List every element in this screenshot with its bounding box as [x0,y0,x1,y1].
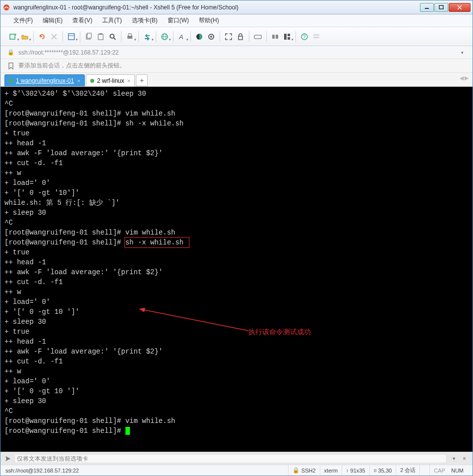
titlebar: wangruifenglinux-01 - root@wangruifeng-0… [0,0,473,14]
lock-icon[interactable] [235,31,246,42]
menu-help[interactable]: 帮助(H) [195,15,223,26]
tunnel-icon[interactable] [270,31,281,42]
minimize-button[interactable] [420,3,434,12]
open-folder-icon[interactable]: ▾ [19,31,30,42]
tab-bar: 1 wangruifenglinux-01 × 2 wrf-linux × + … [0,73,473,87]
svg-rect-18 [128,34,131,36]
svg-rect-12 [87,33,91,38]
svg-rect-37 [313,34,319,36]
bookmark-icon[interactable] [7,62,14,69]
address-dropdown[interactable]: ▾ [459,49,466,56]
tab-1[interactable]: 1 wangruifenglinux-01 × [4,74,85,86]
tab-label: 1 wangruifenglinux-01 [16,77,74,84]
svg-marker-40 [139,308,145,312]
status-grip [419,465,429,476]
app-icon [2,3,10,11]
tab-label: 2 wrf-linux [97,77,124,84]
maximize-button[interactable] [434,3,448,12]
svg-line-39 [139,309,248,331]
svg-rect-33 [288,34,290,36]
svg-text:+: + [14,33,17,37]
help-icon[interactable]: ? [299,31,310,42]
menu-file[interactable]: 文件(F) [9,15,37,26]
hint-text: 要添加当前会话，点击左侧的箭头按钮。 [18,61,125,70]
svg-rect-13 [98,34,103,40]
svg-rect-14 [99,33,102,35]
menu-view[interactable]: 查看(V) [68,15,96,26]
keyboard-icon[interactable] [252,31,263,42]
svg-rect-38 [313,37,319,38]
svg-rect-34 [288,37,290,40]
status-term: xterm [320,465,342,476]
status-cap: CAP [429,465,449,476]
toolbar: +▾ ▾ ▾ ▾ ▾ ▾ A▾ ▾ ? [0,27,473,46]
tab-prev-icon[interactable]: ◀ [460,75,464,81]
highlight-icon[interactable] [206,31,217,42]
hint-bar: 要添加当前会话，点击左侧的箭头按钮。 [0,59,473,73]
svg-rect-30 [272,35,275,39]
menu-edit[interactable]: 编辑(E) [39,15,66,26]
svg-text:?: ? [303,34,306,40]
address-text[interactable]: ssh://root:********@192.168.57.129:22 [18,49,455,56]
tab-next-icon[interactable]: ▶ [465,75,469,81]
arrow-icon [134,304,253,336]
tab-2[interactable]: 2 wrf-linux × [86,74,135,86]
status-sessions: 2 会话 [396,465,419,476]
color-scheme-icon[interactable] [194,31,205,42]
paste-icon[interactable] [95,31,106,42]
tab-nav: ◀ ▶ [460,75,469,81]
svg-text:A: A [178,33,183,41]
svg-rect-9 [68,34,74,40]
tab-close-icon[interactable]: × [127,78,130,84]
address-bar: 🔒 ssh://root:********@192.168.57.129:22 … [0,46,473,59]
menu-tabs[interactable]: 选项卡(B) [128,15,162,26]
status-size: ↕91x35 [342,465,369,476]
status-num: NUM [449,465,468,476]
annotation-text: 执行该命令测试成功 [248,327,311,337]
svg-rect-27 [254,35,261,39]
tab-add-button[interactable]: + [136,74,148,86]
compose-input[interactable] [14,454,447,463]
input-send-icon[interactable] [4,455,11,462]
svg-rect-31 [276,35,278,39]
options-icon[interactable] [311,31,322,42]
input-toggle-icon[interactable]: ≡ [461,455,469,463]
reconnect-icon[interactable] [37,31,48,42]
status-dot-icon [90,79,94,83]
tab-close-icon[interactable]: × [77,78,80,84]
properties-icon[interactable]: ▾ [66,31,77,42]
svg-rect-2 [439,5,443,9]
input-bar: ▾ ≡ [0,452,473,465]
font-icon[interactable]: A▾ [177,31,187,42]
input-dropdown-icon[interactable]: ▾ [450,455,458,463]
new-session-icon[interactable]: +▾ [7,31,18,42]
transfer-icon[interactable]: ▾ [142,31,153,42]
svg-point-25 [210,36,212,38]
print-icon[interactable]: ▾ [124,31,135,42]
lock-small-icon: 🔒 [7,49,14,56]
svg-rect-26 [238,36,242,40]
highlight-box [124,237,189,248]
disconnect-icon[interactable] [49,31,59,42]
status-pos: ⎚35,30 [369,465,396,476]
svg-line-16 [114,38,116,40]
status-address: ssh://root@192.168.57.129:22 [5,468,288,474]
copy-icon[interactable] [83,31,94,42]
svg-point-0 [3,4,9,10]
layout-icon[interactable]: ▾ [282,31,293,42]
window-title: wangruifenglinux-01 - root@wangruifeng-0… [13,4,420,11]
close-button[interactable] [449,3,471,12]
status-bar: ssh://root@192.168.57.129:22 🔒SSH2 xterm… [0,465,473,476]
menu-tools[interactable]: 工具(T) [98,15,125,26]
status-dot-icon [9,79,13,83]
menubar: 文件(F) 编辑(E) 查看(V) 工具(T) 选项卡(B) 窗口(W) 帮助(… [0,14,473,27]
terminal[interactable]: + $'\302\240' $'\302\240' sleep 30 ^C [r… [0,87,473,452]
search-icon[interactable] [107,31,118,42]
svg-rect-32 [284,34,287,40]
globe-icon[interactable]: ▾ [159,31,170,42]
svg-point-15 [110,34,114,38]
menu-window[interactable]: 窗口(W) [164,15,193,26]
status-ssh: 🔒SSH2 [288,465,320,476]
fullscreen-icon[interactable] [223,31,234,42]
